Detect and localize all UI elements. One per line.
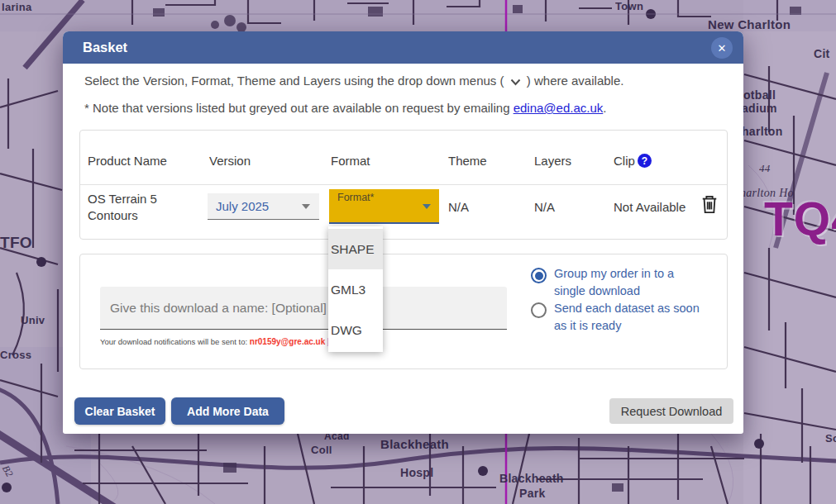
map-label: Park [519,487,546,500]
basket-modal: Basket ✕ Select the Version, Format, The… [63,31,743,434]
notification-email: nr0159y@gre.ac.uk [250,337,325,346]
map-label: Blackheath [380,437,449,451]
delivery-options: Group my order in to a single download S… [531,265,703,335]
layers-value: N/A [534,200,555,214]
clear-basket-button[interactable]: Clear Basket [74,397,165,425]
radio-group-single-download[interactable]: Group my order in to a single download [531,265,703,299]
format-dropdown-menu: SHAPE GML3 DWG [328,226,383,352]
map-label: 44 [759,162,771,175]
column-header-version: Version [209,154,251,168]
format-option-gml3[interactable]: GML3 [328,269,383,310]
map-label: Blackheath [499,472,564,485]
map-label: Cit [814,47,830,60]
chevron-down-icon [423,204,431,209]
map-label: Cross [0,349,31,361]
clip-help-icon[interactable]: ? [638,154,652,168]
download-options-panel: Your download notifications will be sent… [79,254,728,369]
map-label: harlton [742,125,783,138]
delete-product-button[interactable] [699,194,720,216]
intro-text: Select the Version, Format, Theme and La… [84,74,623,88]
column-header-theme: Theme [448,154,487,168]
column-header-product-name: Product Name [88,154,167,168]
format-option-dwg[interactable]: DWG [328,310,383,350]
add-more-data-button[interactable]: Add More Data [171,397,284,425]
map-label: Town [615,0,643,12]
close-icon: ✕ [718,42,727,55]
version-select-value: July 2025 [208,199,269,213]
modal-title: Basket [63,40,127,55]
chevron-down-icon [302,204,310,209]
map-label: larina [2,1,31,13]
column-header-clip: Clip ? [614,154,652,168]
close-button[interactable]: ✕ [711,37,733,59]
product-name: OS Terrain 5 Contours [88,191,187,224]
modal-header: Basket ✕ [63,31,743,64]
table-header-row: Product Name Version Format Theme Layers… [80,131,727,185]
clip-value: Not Available [614,200,686,214]
radio-icon [531,268,547,283]
map-label: Hospl [400,466,433,479]
theme-value: N/A [448,200,469,214]
map-grid-reference: TQ4 [764,192,836,246]
request-download-button[interactable]: Request Download [609,398,733,424]
map-label: New Charlton [708,17,791,31]
map-label: Univ [21,314,45,326]
chevron-down-icon [510,78,521,86]
map-label: adium [742,102,777,115]
trash-icon [700,194,719,214]
format-select-placeholder: Format* [337,192,374,203]
format-select[interactable]: Format* [329,189,439,224]
map-label: TFO [0,234,32,252]
map-label: B2 [0,464,16,480]
download-name-input[interactable] [100,287,507,330]
radio-send-each-dataset[interactable]: Send each dataset as soon as it is ready [531,300,703,334]
column-header-format: Format [331,154,370,168]
version-select[interactable]: July 2025 [208,193,319,220]
map-label: Coll [311,444,332,456]
screen: larinaTownISLE OFCitNew Charltonotballad… [0,0,836,504]
basket-table: Product Name Version Format Theme Layers… [79,130,728,240]
format-option-shape[interactable]: SHAPE [328,229,383,269]
note-text: * Note that versions listed but greyed o… [84,101,606,115]
map-label: otball [743,88,776,102]
map-label: Sc [825,432,836,445]
edina-email-link[interactable]: edina@ed.ac.uk [514,101,604,115]
column-header-layers: Layers [534,154,571,168]
radio-icon [531,302,547,318]
